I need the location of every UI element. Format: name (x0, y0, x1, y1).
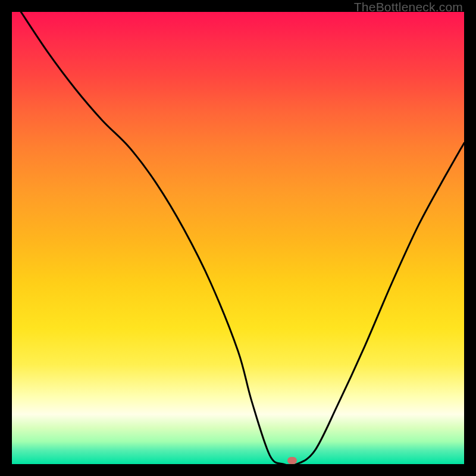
watermark-text: TheBottleneck.com (354, 0, 463, 14)
plot-area (12, 12, 464, 464)
chart-frame (12, 12, 464, 464)
gradient-background (12, 12, 464, 464)
